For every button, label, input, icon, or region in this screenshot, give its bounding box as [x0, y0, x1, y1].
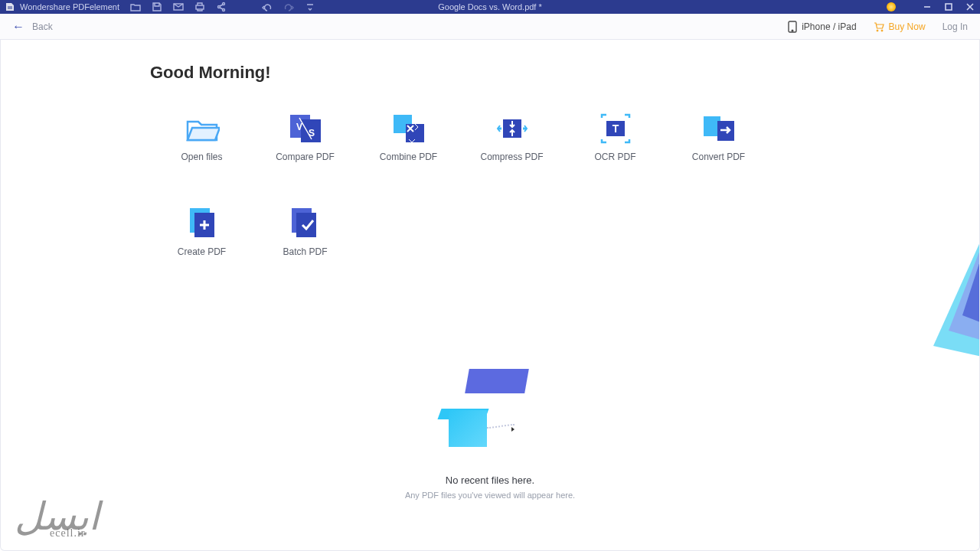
tile-label: Batch PDF: [283, 246, 327, 257]
tile-batch-pdf[interactable]: Batch PDF: [253, 208, 357, 257]
save-icon[interactable]: [152, 2, 162, 12]
batch-pdf-icon: [288, 208, 323, 239]
print-icon[interactable]: [194, 2, 205, 12]
svg-text:V: V: [296, 122, 302, 132]
svg-rect-5: [946, 4, 952, 10]
empty-subtitle: Any PDF files you've viewed will appear …: [405, 491, 575, 500]
recent-empty-state: No recent files here. Any PDF files you'…: [1, 369, 979, 500]
watermark-top: ایسل: [15, 504, 100, 530]
empty-title: No recent files here.: [446, 474, 534, 486]
toolbar: ← Back iPhone / iPad Buy Now Log In: [0, 14, 980, 40]
app-name: Wondershare PDFelement: [20, 2, 119, 11]
iphone-label: iPhone / iPad: [802, 21, 856, 32]
svg-text:S: S: [309, 128, 315, 139]
watermark: ایسل ecell.ir: [15, 504, 100, 540]
open-files-icon: [185, 113, 220, 144]
svg-point-7: [792, 30, 793, 31]
tile-compare-pdf[interactable]: VS Compare PDF: [253, 113, 357, 162]
tile-compress-pdf[interactable]: Compress PDF: [460, 113, 564, 162]
tile-label: Create PDF: [178, 246, 226, 257]
tile-convert-pdf[interactable]: Convert PDF: [667, 113, 770, 162]
iphone-ipad-link[interactable]: iPhone / iPad: [788, 21, 856, 33]
buy-now-link[interactable]: Buy Now: [874, 21, 926, 32]
compare-pdf-icon: VS: [288, 113, 323, 144]
svg-point-9: [881, 30, 883, 31]
buy-now-label: Buy Now: [889, 21, 926, 32]
svg-rect-24: [296, 213, 316, 237]
open-folder-icon[interactable]: [130, 2, 141, 12]
undo-icon[interactable]: [262, 2, 273, 12]
tile-create-pdf[interactable]: Create PDF: [150, 208, 253, 257]
combine-pdf-icon: [391, 113, 426, 144]
document-title: Google Docs vs. Word.pdf *: [438, 2, 542, 11]
watermark-bottom: ecell.ir: [50, 527, 100, 540]
main-panel: Good Morning! Open files VS Compare PDF …: [0, 40, 980, 551]
back-button[interactable]: Back: [32, 21, 53, 32]
svg-rect-6: [789, 21, 796, 32]
svg-point-8: [877, 30, 878, 31]
greeting-heading: Good Morning!: [150, 63, 979, 83]
share-icon[interactable]: [216, 2, 227, 12]
redo-icon[interactable]: [283, 2, 294, 12]
create-pdf-icon: [185, 208, 220, 239]
svg-text:T: T: [612, 122, 619, 135]
convert-pdf-icon: [701, 113, 737, 144]
tile-label: Convert PDF: [692, 152, 745, 162]
compress-pdf-icon: [495, 113, 530, 144]
ocr-pdf-icon: T: [598, 113, 633, 144]
titlebar: Wondershare PDFelement Google Docs vs. W…: [0, 0, 980, 14]
tile-label: Compress PDF: [480, 152, 543, 162]
close-button[interactable]: [965, 2, 975, 12]
minimize-button[interactable]: [922, 2, 933, 12]
theme-icon[interactable]: [887, 2, 896, 11]
tile-open-files[interactable]: Open files: [150, 113, 253, 162]
back-arrow-icon[interactable]: ←: [12, 20, 24, 34]
tile-label: Combine PDF: [380, 152, 437, 162]
cart-icon: [874, 21, 884, 32]
maximize-button[interactable]: [943, 2, 954, 12]
app-logo-icon: [5, 2, 15, 12]
action-grid: Open files VS Compare PDF Combine PDF Co…: [150, 113, 979, 257]
customize-dropdown-icon[interactable]: [305, 2, 315, 12]
tile-label: Open files: [181, 152, 222, 162]
tile-label: OCR PDF: [595, 152, 636, 162]
mobile-icon: [788, 21, 797, 33]
svg-rect-1: [196, 5, 204, 9]
mail-icon[interactable]: [173, 2, 184, 12]
tile-ocr-pdf[interactable]: T OCR PDF: [564, 113, 667, 162]
tile-combine-pdf[interactable]: Combine PDF: [357, 113, 460, 162]
empty-illustration-icon: [444, 369, 536, 453]
tile-label: Compare PDF: [276, 152, 335, 162]
login-link[interactable]: Log In: [942, 21, 968, 32]
